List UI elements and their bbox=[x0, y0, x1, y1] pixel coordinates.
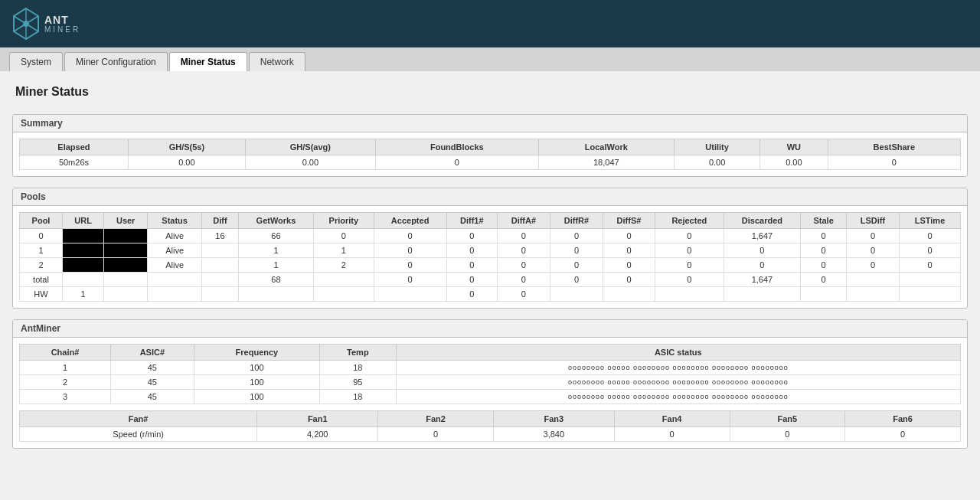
pool-hw-url: 1 bbox=[63, 287, 104, 302]
pool-diff-2 bbox=[202, 258, 239, 273]
tab-network[interactable]: Network bbox=[249, 52, 305, 71]
pool-diffa-0: 0 bbox=[497, 229, 550, 243]
col-user: User bbox=[104, 213, 148, 229]
col-fan3: Fan3 bbox=[493, 411, 614, 427]
chain-row-2: 2 45 100 95 oooooooo ooooo oooooooo oooo… bbox=[20, 375, 961, 390]
pool-total-diff bbox=[202, 273, 239, 287]
tab-miner-configuration[interactable]: Miner Configuration bbox=[64, 52, 168, 71]
pool-hw-diff1: 0 bbox=[446, 287, 497, 302]
chain-temp-3: 18 bbox=[320, 390, 396, 404]
col-diff1: Diff1# bbox=[446, 213, 497, 229]
pool-hw-discarded bbox=[724, 287, 801, 302]
col-ghsavg: GH/S(avg) bbox=[245, 139, 375, 155]
pool-hw-accepted bbox=[374, 287, 446, 302]
pool-hw-diffr bbox=[550, 287, 603, 302]
col-lsdiff: LSDiff bbox=[846, 213, 899, 229]
pool-lstime-1: 0 bbox=[900, 243, 961, 258]
col-pool: Pool bbox=[20, 213, 63, 229]
fan-table: Fan# Fan1 Fan2 Fan3 Fan4 Fan5 Fan6 Speed… bbox=[19, 410, 961, 442]
header: ANT MINER bbox=[0, 0, 980, 47]
pool-status-1: Alive bbox=[148, 243, 202, 258]
pool-total-rejected: 0 bbox=[655, 273, 724, 287]
main-content: Miner Status Summary Elapsed GH/S(5s) GH… bbox=[0, 71, 980, 500]
pool-total-lsdiff bbox=[846, 273, 899, 287]
pool-stale-2: 0 bbox=[801, 258, 847, 273]
svg-point-4 bbox=[23, 21, 29, 27]
pool-total-user bbox=[104, 273, 148, 287]
pool-lsdiff-2: 0 bbox=[846, 258, 899, 273]
pool-url-2 bbox=[63, 258, 104, 273]
pool-hw-lsdiff bbox=[846, 287, 899, 302]
col-priority: Priority bbox=[314, 213, 374, 229]
summary-content: Elapsed GH/S(5s) GH/S(avg) FoundBlocks L… bbox=[13, 132, 967, 176]
pool-hw-label: HW bbox=[20, 287, 63, 302]
fan5-speed: 0 bbox=[730, 427, 845, 442]
summary-row: 50m26s 0.00 0.00 0 18,047 0.00 0.00 0 bbox=[20, 155, 961, 170]
pool-rejected-2: 0 bbox=[655, 258, 724, 273]
pool-priority-0: 0 bbox=[314, 229, 374, 243]
fan4-speed: 0 bbox=[614, 427, 730, 442]
val-bestshare: 0 bbox=[828, 155, 960, 170]
pool-diff1-0: 0 bbox=[446, 229, 497, 243]
val-localwork: 18,047 bbox=[538, 155, 675, 170]
pool-lsdiff-1: 0 bbox=[846, 243, 899, 258]
pool-hw-rejected bbox=[655, 287, 724, 302]
chain-status-2: oooooooo ooooo oooooooo oooooooo ooooooo… bbox=[396, 375, 960, 390]
pool-diff1-2: 0 bbox=[446, 258, 497, 273]
tab-miner-status[interactable]: Miner Status bbox=[169, 52, 247, 71]
col-diffa: DiffA# bbox=[497, 213, 550, 229]
chain-temp-1: 18 bbox=[320, 361, 396, 375]
antminer-content: Chain# ASIC# Frequency Temp ASIC status … bbox=[13, 338, 967, 448]
pool-hw-diffa: 0 bbox=[497, 287, 550, 302]
pool-row-2: 2 Alive 1 2 0 0 0 0 0 0 0 0 bbox=[20, 258, 961, 273]
pool-num-2: 2 bbox=[20, 258, 63, 273]
pool-diff-0: 16 bbox=[202, 229, 239, 243]
pool-priority-1: 1 bbox=[314, 243, 374, 258]
col-lstime: LSTime bbox=[900, 213, 961, 229]
pool-accepted-1: 0 bbox=[374, 243, 446, 258]
col-fan5: Fan5 bbox=[730, 411, 845, 427]
fan3-speed: 3,840 bbox=[493, 427, 614, 442]
summary-legend: Summary bbox=[13, 115, 967, 132]
pool-diffr-2: 0 bbox=[550, 258, 603, 273]
pool-getworks-2: 1 bbox=[238, 258, 313, 273]
pool-diffs-2: 0 bbox=[603, 258, 655, 273]
logo-area: ANT MINER bbox=[12, 7, 80, 41]
chain-temp-2: 95 bbox=[320, 375, 396, 390]
fan1-speed: 4,200 bbox=[257, 427, 378, 442]
fan-speed-row: Speed (r/min) 4,200 0 3,840 0 0 0 bbox=[20, 427, 961, 442]
pool-total-discarded: 1,647 bbox=[724, 273, 801, 287]
col-fan4: Fan4 bbox=[614, 411, 730, 427]
pool-user-2 bbox=[104, 258, 148, 273]
val-ghsavg: 0.00 bbox=[245, 155, 375, 170]
col-foundblocks: FoundBlocks bbox=[376, 139, 539, 155]
fan-speed-label: Speed (r/min) bbox=[20, 427, 257, 442]
pool-row-1: 1 Alive 1 1 0 0 0 0 0 0 0 0 bbox=[20, 243, 961, 258]
logo-sub: MINER bbox=[44, 25, 80, 34]
col-status: Status bbox=[148, 213, 202, 229]
pool-hw-diff bbox=[202, 287, 239, 302]
col-localwork: LocalWork bbox=[538, 139, 675, 155]
col-ghs5s: GH/S(5s) bbox=[128, 139, 245, 155]
chain-freq-3: 100 bbox=[194, 390, 319, 404]
pool-total-diffa: 0 bbox=[497, 273, 550, 287]
pool-total-stale: 0 bbox=[801, 273, 847, 287]
nav-tabs: System Miner Configuration Miner Status … bbox=[0, 47, 980, 71]
antminer-legend: AntMiner bbox=[13, 320, 967, 338]
pool-status-2: Alive bbox=[148, 258, 202, 273]
pool-total-diffs: 0 bbox=[603, 273, 655, 287]
col-diff: Diff bbox=[202, 213, 239, 229]
col-asic: ASIC# bbox=[111, 345, 194, 361]
val-elapsed: 50m26s bbox=[20, 155, 129, 170]
col-bestshare: BestShare bbox=[828, 139, 960, 155]
pool-user-0 bbox=[104, 229, 148, 243]
pool-hw-getworks bbox=[238, 287, 313, 302]
col-frequency: Frequency bbox=[194, 345, 319, 361]
pool-diffa-2: 0 bbox=[497, 258, 550, 273]
pool-rejected-0: 0 bbox=[655, 229, 724, 243]
chain-freq-1: 100 bbox=[194, 361, 319, 375]
pool-lstime-0: 0 bbox=[900, 229, 961, 243]
pool-row-hw: HW 1 0 0 bbox=[20, 287, 961, 302]
pool-total-getworks: 68 bbox=[238, 273, 313, 287]
tab-system[interactable]: System bbox=[9, 52, 63, 71]
